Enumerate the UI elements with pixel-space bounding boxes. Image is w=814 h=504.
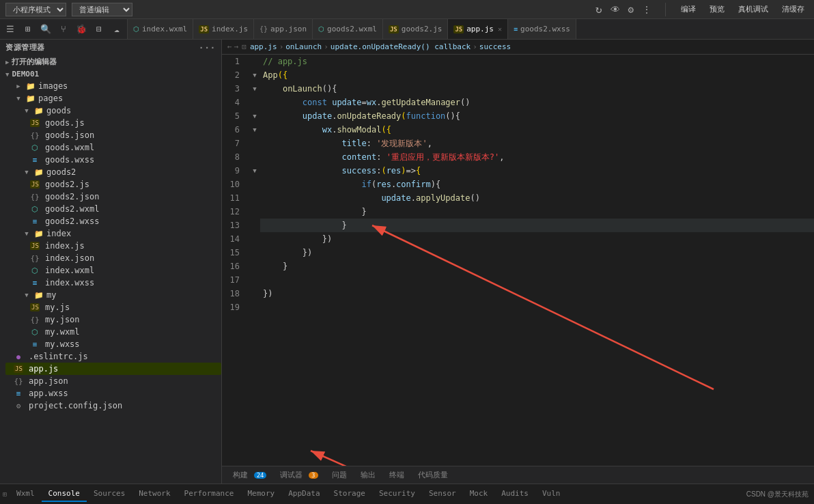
devtools-tab-console[interactable]: Console: [42, 486, 87, 502]
bottom-tab-debugger[interactable]: 调试器 3: [275, 468, 323, 481]
tree-item-index-wxml[interactable]: ⬡ index.wxml: [5, 264, 221, 277]
arrow-9[interactable]: ▼: [249, 164, 260, 178]
devtools-tab-security[interactable]: Security: [372, 486, 422, 502]
tab-app-js[interactable]: JS app.js ✕: [448, 19, 508, 39]
arrow-5[interactable]: ▼: [249, 109, 260, 123]
tree-item-goods[interactable]: ▼ 📁 goods: [5, 104, 221, 117]
nav-forward-icon[interactable]: →: [234, 42, 239, 51]
tree-item-goods-wxss[interactable]: ≡ goods.wxss: [5, 154, 221, 166]
tree-item-my[interactable]: ▼ 📁 my: [5, 289, 221, 301]
tree-item-app-wxss[interactable]: ≡ app.wxss: [5, 387, 221, 400]
explorer-icon[interactable]: ⊞: [20, 22, 36, 37]
tree-item-index[interactable]: ▼ 📁 index: [5, 227, 221, 240]
tree-item-index-wxss[interactable]: ≡ index.wxss: [5, 277, 221, 289]
toolbar-icon-settings[interactable]: ⚙: [626, 4, 636, 15]
wxss-icon-goods: ≡: [30, 156, 40, 165]
folder-arrow-pages: ▼: [14, 95, 23, 102]
open-editors-section[interactable]: ▶ 打开的编辑器: [0, 55, 221, 68]
debug-icon[interactable]: 🐞: [74, 22, 89, 37]
breadcrumb-onupdateready[interactable]: update.onUpdateReady() callback: [331, 42, 471, 51]
tab-index-js[interactable]: JS index.js: [193, 19, 254, 39]
arrow-2[interactable]: ▼: [249, 68, 260, 82]
devtools-tab-wxml[interactable]: Wxml: [10, 486, 42, 502]
root-folder-section[interactable]: ▼ DEMO01: [0, 68, 221, 80]
devtools-tab-storage[interactable]: Storage: [327, 486, 372, 502]
wxss-icon-index: ≡: [30, 279, 40, 288]
ln-7: 7: [222, 137, 244, 150]
arrow-3[interactable]: ▼: [249, 82, 260, 96]
compile-button[interactable]: 编译: [677, 3, 700, 16]
tree-item-goods2-wxss[interactable]: ≡ goods2.wxss: [5, 215, 221, 227]
compiler-select[interactable]: 普通编辑 自定义编译: [72, 3, 132, 16]
toolbar-icon-more[interactable]: ⋮: [639, 4, 654, 15]
devtools-tab-sources[interactable]: Sources: [87, 486, 132, 502]
tab-goods2-wxss[interactable]: ≡ goods2.wxss: [508, 19, 576, 39]
cloud-icon[interactable]: ☁: [109, 22, 124, 37]
tree-label-project-config: project.config.json: [29, 401, 122, 410]
tab-close-app-js[interactable]: ✕: [498, 25, 502, 33]
toolbar-icon-refresh[interactable]: ↻: [593, 3, 605, 16]
file-tree: ▶ 📁 images ▼ 📁 pages ▼ 📁 goods JS: [0, 80, 221, 412]
tab-index-wxml[interactable]: ⬡ index.wxml: [128, 19, 193, 39]
tree-item-project-config[interactable]: ⚙ project.config.json: [5, 400, 221, 412]
tab-label-app-json: app.json: [270, 25, 307, 33]
tree-item-index-js[interactable]: JS index.js: [5, 240, 221, 252]
menu-icon[interactable]: ☰: [3, 22, 18, 37]
tab-app-json[interactable]: {} app.json: [254, 19, 313, 39]
tree-item-goods2-wxml[interactable]: ⬡ goods2.wxml: [5, 203, 221, 215]
devtools-tab-audits[interactable]: Audits: [494, 486, 535, 502]
arrow-6[interactable]: ▼: [249, 123, 260, 137]
panel-more-icon[interactable]: ···: [199, 42, 216, 53]
tree-item-my-json[interactable]: {} my.json: [5, 313, 221, 326]
tree-item-goods2-json[interactable]: {} goods2.json: [5, 191, 221, 203]
devtools-tab-sensor[interactable]: Sensor: [422, 486, 463, 502]
folder-icon-goods2: 📁: [34, 168, 44, 177]
toolbar-icon-eye[interactable]: 👁: [608, 4, 623, 15]
devtools-tab-network[interactable]: Network: [132, 486, 177, 502]
tree-item-my-js[interactable]: JS my.js: [5, 301, 221, 313]
code-line-10: if(res.confirm){: [260, 178, 814, 191]
tree-item-pages[interactable]: ▼ 📁 pages: [5, 92, 221, 104]
folder-icon-index: 📁: [34, 229, 44, 238]
tree-item-goods2[interactable]: ▼ 📁 goods2: [5, 166, 221, 178]
tree-item-goods2-js[interactable]: JS goods2.js: [5, 178, 221, 191]
devtools-tab-performance[interactable]: Performance: [178, 486, 241, 502]
tree-item-goods-js[interactable]: JS goods.js: [5, 117, 221, 129]
tab-goods2-js[interactable]: JS goods2.js: [383, 19, 448, 39]
devtools-button[interactable]: 真机调试: [734, 3, 772, 16]
tree-item-my-wxss[interactable]: ≡ my.wxss: [5, 338, 221, 350]
devtools-tab-memory[interactable]: Memory: [240, 486, 281, 502]
tree-item-app-json[interactable]: {} app.json: [5, 375, 221, 387]
mode-select[interactable]: 小程序模式 插件模式: [5, 3, 66, 16]
tree-label-images: images: [38, 81, 68, 91]
devtools-tab-mock[interactable]: Mock: [463, 486, 495, 502]
clear-button[interactable]: 清缓存: [778, 3, 809, 16]
devtools-tab-appdata[interactable]: AppData: [281, 486, 326, 502]
breadcrumb-onlaunch[interactable]: onLaunch: [285, 42, 322, 51]
bottom-tab-build[interactable]: 构建 24: [227, 468, 272, 481]
tree-item-images[interactable]: ▶ 📁 images: [5, 80, 221, 92]
git-icon[interactable]: ⑂: [56, 22, 71, 37]
nav-back-icon[interactable]: ←: [227, 42, 232, 51]
search-icon2[interactable]: 🔍: [38, 22, 53, 37]
tree-item-index-json[interactable]: {} index.json: [5, 252, 221, 264]
bottom-tab-output[interactable]: 输出: [355, 468, 381, 481]
bottom-tab-terminal[interactable]: 终端: [384, 468, 410, 481]
tab-goods2-wxml[interactable]: ⬡ goods2.wxml: [313, 19, 383, 39]
ln-17: 17: [222, 273, 244, 287]
tree-item-my-wxml[interactable]: ⬡ my.wxml: [5, 326, 221, 338]
tree-item-goods-wxml[interactable]: ⬡ goods.wxml: [5, 141, 221, 154]
breadcrumb-appjs[interactable]: app.js: [250, 42, 277, 51]
preview-button[interactable]: 预览: [705, 3, 729, 16]
line-arrows: ▼ ▼ ▼ ▼ ▼: [249, 55, 260, 466]
bottom-tab-issues[interactable]: 问题: [326, 468, 352, 481]
tree-item-app-js[interactable]: JS app.js: [5, 363, 221, 375]
extensions-icon[interactable]: ⊟: [92, 22, 107, 37]
devtools-expand-icon[interactable]: ⊞: [0, 488, 10, 501]
code-editor[interactable]: 1 2 3 4 5 6 7 8 9 10 11 12 13 14: [222, 55, 814, 466]
devtools-tab-vuln[interactable]: Vuln: [535, 486, 567, 502]
tree-item-goods-json[interactable]: {} goods.json: [5, 129, 221, 141]
tree-item-eslintrc[interactable]: ● .eslintrc.js: [5, 350, 221, 363]
bottom-tab-codequality[interactable]: 代码质量: [412, 468, 453, 481]
breadcrumb-success[interactable]: success: [479, 42, 511, 51]
